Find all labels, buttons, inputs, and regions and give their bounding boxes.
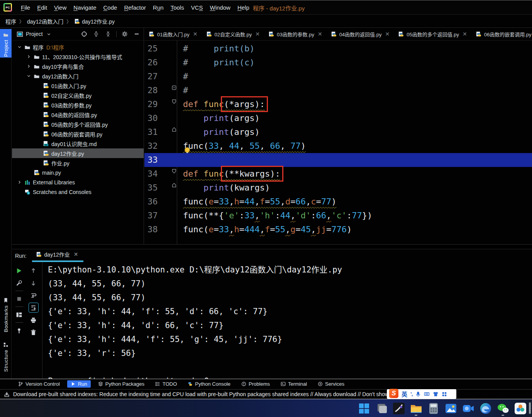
tree-item[interactable]: 02自定义函数.py [12,90,144,100]
statusbar-version-control[interactable]: Version Control [15,380,63,388]
tree-item[interactable]: 05函数的多个返回值.py [12,119,144,129]
fold-marker-icon[interactable] [171,127,177,132]
grid-icon[interactable] [442,391,447,397]
code-line[interactable]: 32func(33, 44, 55, 66, 77) [144,139,532,153]
code-line[interactable]: 36func(e=33,h=44,f=55,d=66,c=77) [144,195,532,209]
tree-item[interactable]: 作业.py [12,158,144,168]
close-icon[interactable]: ✕ [318,31,322,37]
menu-help[interactable]: Help [234,3,253,12]
code-area[interactable]: 25# print(b)26# print(c)27#28#29def func… [144,41,532,244]
locate-target-icon[interactable] [80,29,89,39]
clear-trash-icon[interactable] [29,327,39,337]
code-line[interactable]: 25# print(b) [144,42,532,56]
close-icon[interactable]: ✕ [74,251,78,257]
code-line[interactable]: 29def func(*args): [144,97,532,111]
statusbar-python-console[interactable]: Python Console [184,380,234,388]
line-number[interactable]: 37 [144,209,183,223]
chevron-down-icon[interactable] [46,32,51,37]
taskbar-photos-icon[interactable] [444,401,457,416]
statusbar-python-packages[interactable]: Python Packages [95,380,148,388]
chevron-down-icon[interactable] [24,73,33,78]
fold-marker-icon[interactable] [171,99,177,104]
code-line[interactable]: 34def func(**kwargs): [144,167,532,181]
editor-tab[interactable]: 06函数的嵌套调用.py✕ [471,28,532,41]
code-line[interactable]: 27# [144,70,532,83]
tree-item[interactable]: 03函数的参数.py [12,100,144,110]
taskbar-camera-icon[interactable] [462,401,474,416]
fold-marker-icon[interactable] [171,182,177,188]
tree-item[interactable]: 06函数的嵌套调用.py [12,129,144,139]
stripe-tab-project[interactable]: Project [0,29,12,58]
line-number[interactable]: 32 [144,139,183,153]
tree-item[interactable]: External Libraries [12,177,144,187]
restore-layout-icon[interactable] [14,310,24,320]
tree-item[interactable]: 11、20230310-公共操作与推导式 [12,52,144,61]
taskbar-app-logo-icon[interactable] [514,401,527,416]
chevron-down-icon[interactable] [15,44,24,49]
taskbar-start-icon[interactable] [357,401,370,416]
editor-tab[interactable]: 05函数的多个返回值.py✕ [394,28,471,41]
line-number[interactable]: 33 [144,153,183,167]
taskbar-taskview-icon[interactable] [375,401,388,416]
editor-tab[interactable]: 03函数的参数.py✕ [264,28,327,41]
line-number[interactable]: 27 [144,70,183,83]
fold-marker-icon[interactable] [171,85,177,90]
tree-item[interactable]: MDday01认识爬虫.md [12,139,144,148]
taskbar-explorer-icon[interactable] [410,401,422,416]
taskbar-app-dark-icon[interactable] [392,401,405,416]
settings-wrench-icon[interactable] [14,278,24,288]
line-number[interactable]: 26 [144,56,183,70]
soft-wrap-icon[interactable] [29,290,39,300]
menu-code[interactable]: Code [100,3,121,12]
skin-icon[interactable] [433,391,439,397]
expand-all-icon[interactable] [91,29,101,39]
menu-vcs[interactable]: VCS [188,3,207,12]
statusbar-problems[interactable]: Problems [238,380,273,388]
stripe-tab-bookmarks[interactable]: Bookmarks [0,294,12,333]
notification-text[interactable]: Download pre-built shared indexes: Reduc… [13,391,444,397]
tree-item[interactable]: main.py [12,168,144,177]
menu-view[interactable]: View [51,3,70,12]
line-number[interactable]: 29 [144,97,183,111]
ime-language-toggle[interactable]: 英 [402,390,407,398]
menu-edit[interactable]: Edit [34,3,51,12]
editor-tab[interactable]: 01函数入门.py✕ [144,28,202,41]
code-line[interactable]: 33 [144,153,532,167]
close-icon[interactable]: ✕ [385,31,390,37]
code-line[interactable]: 31 print(args) [144,125,532,139]
menu-file[interactable]: File [17,3,34,12]
editor-tab[interactable]: 04函数的返回值.py✕ [327,28,394,41]
close-icon[interactable]: ✕ [255,31,260,37]
mic-icon[interactable] [415,391,421,397]
rerun-play-icon[interactable] [14,266,24,276]
tree-item[interactable]: Scratches and Consoles [12,187,144,197]
line-number[interactable]: 36 [144,195,183,209]
code-line[interactable]: 35 print(kwargs) [144,181,532,195]
breadcrumb-item[interactable]: day12作业.py [74,17,115,25]
chevron-right-icon[interactable] [15,180,24,185]
gear-icon[interactable] [120,29,129,39]
collapse-all-icon[interactable] [103,29,113,39]
arrow-down-icon[interactable] [29,278,39,288]
line-number[interactable]: 35 [144,181,183,195]
statusbar-services[interactable]: Services [314,380,348,388]
sogou-logo-icon[interactable]: S [389,389,398,398]
intention-bulb-icon[interactable] [185,147,190,153]
breadcrumb-item[interactable]: day12函数入门 [27,17,63,25]
tree-item[interactable]: 04函数的返回值.py [12,110,144,119]
project-panel-title[interactable]: Project [26,31,43,37]
line-number[interactable]: 38 [144,223,183,237]
line-number[interactable]: 28 [144,83,183,97]
ime-punctuation-toggle[interactable]: ’, [410,391,412,397]
taskbar-calculator-icon[interactable] [427,401,440,416]
statusbar-todo[interactable]: TODO [152,380,180,388]
close-icon[interactable]: ✕ [193,31,198,37]
tree-item[interactable]: 程序D:\程序 [12,42,144,52]
scroll-to-end-icon[interactable] [29,303,39,313]
line-number[interactable]: 30 [144,111,183,125]
menu-navigate[interactable]: Navigate [70,3,100,12]
code-line[interactable]: 37func(**{'e':33,'h':44,'d':66,'c':77}) [144,209,532,223]
code-line[interactable]: 26# print(c) [144,56,532,70]
pycharm-logo-icon[interactable] [3,3,12,12]
hide-minus-icon[interactable] [132,29,141,39]
